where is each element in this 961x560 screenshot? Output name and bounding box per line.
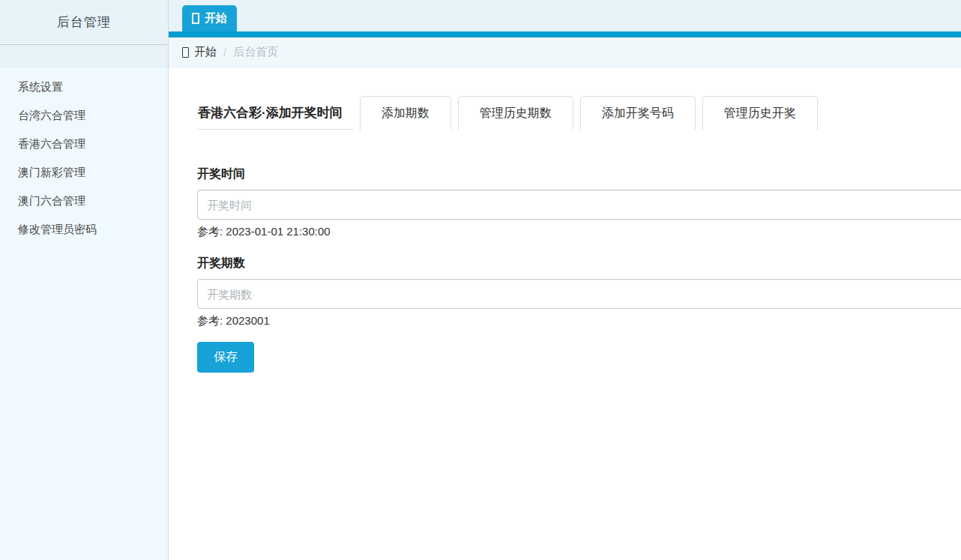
breadcrumb-start-label: 开始 bbox=[194, 45, 217, 59]
tab-add-period[interactable]: 添加期数 bbox=[360, 96, 451, 130]
sidebar-item-taiwan-lottery-admin[interactable]: 台湾六合管理 bbox=[0, 101, 168, 130]
top-tab-strip: 开始 bbox=[169, 0, 961, 31]
sidebar-item-change-admin-password[interactable]: 修改管理员密码 bbox=[0, 215, 168, 244]
form-gap bbox=[197, 239, 961, 256]
content-panel: 香港六合彩·添加开奖时间 添加期数 管理历史期数 添加开奖号码 管理历史开奖 开… bbox=[169, 67, 961, 560]
start-tab-label: 开始 bbox=[205, 11, 227, 25]
draw-settings-form: 开奖时间 参考: 2023-01-01 21:30:00 开奖期数 参考: 20… bbox=[197, 166, 961, 373]
tab-start[interactable]: 开始 bbox=[182, 5, 237, 31]
breadcrumb-current: 后台首页 bbox=[233, 45, 278, 59]
tabs-row: 香港六合彩·添加开奖时间 添加期数 管理历史期数 添加开奖号码 管理历史开奖 bbox=[197, 96, 961, 130]
breadcrumb: 开始 / 后台首页 bbox=[169, 37, 961, 67]
panel-title: 香港六合彩·添加开奖时间 bbox=[197, 96, 353, 130]
draw-time-field-group: 开奖时间 参考: 2023-01-01 21:30:00 bbox=[197, 166, 961, 239]
sidebar-item-macau-lottery-admin[interactable]: 澳门六合管理 bbox=[0, 187, 168, 215]
app-window: 后台管理 系统设置 台湾六合管理 香港六合管理 澳门新彩管理 澳门六合管理 修改… bbox=[0, 0, 961, 560]
breadcrumb-start[interactable]: 开始 bbox=[182, 45, 217, 59]
sidebar-item-hongkong-lottery-admin[interactable]: 香港六合管理 bbox=[0, 130, 168, 158]
tab-manage-history-draws[interactable]: 管理历史开奖 bbox=[702, 96, 818, 130]
main-area: 开始 开始 / 后台首页 香港六合彩·添加开奖时间 添加期数 管理历史期数 添加… bbox=[169, 0, 961, 560]
sidebar-menu: 系统设置 台湾六合管理 香港六合管理 澳门新彩管理 澳门六合管理 修改管理员密码 bbox=[0, 68, 168, 560]
sidebar-item-macau-new-lottery-admin[interactable]: 澳门新彩管理 bbox=[0, 158, 168, 187]
sidebar-item-system-settings[interactable]: 系统设置 bbox=[0, 73, 168, 101]
start-tab-icon bbox=[192, 13, 199, 24]
tab-manage-history-periods[interactable]: 管理历史期数 bbox=[458, 96, 573, 130]
draw-time-hint: 参考: 2023-01-01 21:30:00 bbox=[197, 225, 961, 239]
tab-add-draw-numbers[interactable]: 添加开奖号码 bbox=[580, 96, 696, 130]
sidebar-spacer bbox=[0, 45, 168, 68]
app-title: 后台管理 bbox=[0, 0, 168, 45]
breadcrumb-separator: / bbox=[223, 46, 226, 58]
save-button[interactable]: 保存 bbox=[197, 342, 254, 373]
sidebar: 后台管理 系统设置 台湾六合管理 香港六合管理 澳门新彩管理 澳门六合管理 修改… bbox=[0, 0, 169, 560]
accent-bar bbox=[169, 31, 961, 37]
draw-time-label: 开奖时间 bbox=[197, 166, 961, 182]
draw-period-label: 开奖期数 bbox=[197, 256, 961, 271]
draw-time-input[interactable] bbox=[197, 190, 961, 220]
draw-period-hint: 参考: 2023001 bbox=[197, 314, 961, 328]
draw-period-field-group: 开奖期数 参考: 2023001 bbox=[197, 256, 961, 328]
breadcrumb-start-icon bbox=[182, 47, 189, 58]
draw-period-input[interactable] bbox=[197, 279, 961, 309]
